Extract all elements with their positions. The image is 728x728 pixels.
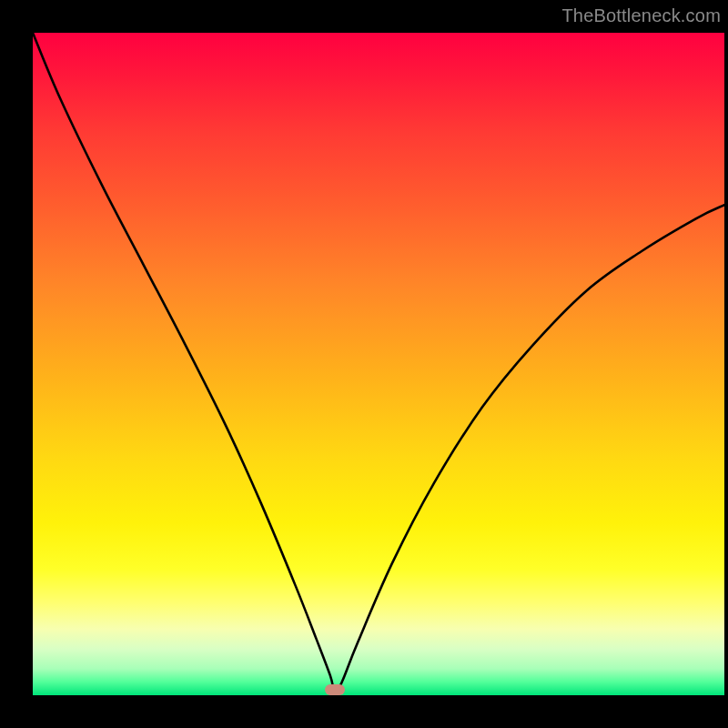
chart-stage: TheBottleneck.com xyxy=(0,0,728,728)
chart-plot-area xyxy=(33,33,724,695)
watermark-text: TheBottleneck.com xyxy=(561,5,721,26)
bottleneck-curve xyxy=(33,33,724,695)
optimum-marker xyxy=(325,684,345,695)
curve-path xyxy=(33,33,724,693)
